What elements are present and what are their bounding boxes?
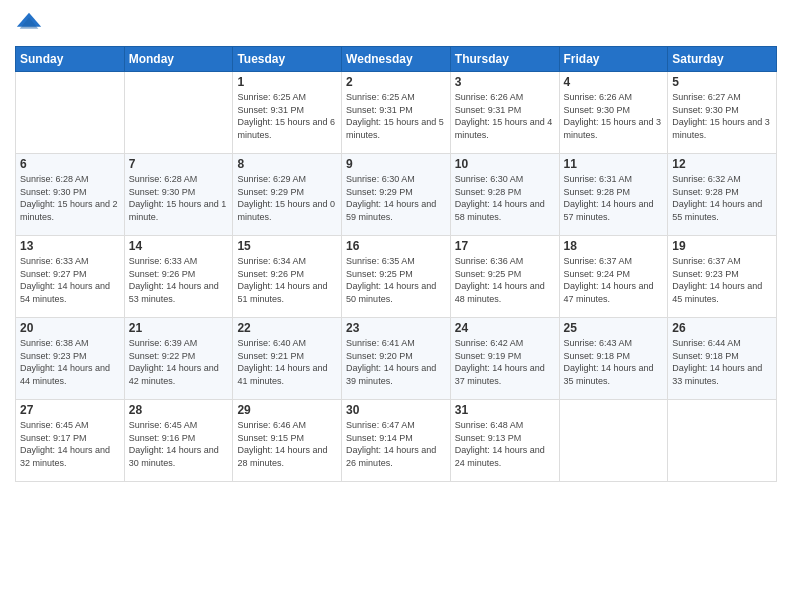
day-info: Sunrise: 6:39 AM Sunset: 9:22 PM Dayligh… bbox=[129, 337, 229, 387]
day-info: Sunrise: 6:36 AM Sunset: 9:25 PM Dayligh… bbox=[455, 255, 555, 305]
day-info: Sunrise: 6:47 AM Sunset: 9:14 PM Dayligh… bbox=[346, 419, 446, 469]
calendar-cell: 6Sunrise: 6:28 AM Sunset: 9:30 PM Daylig… bbox=[16, 154, 125, 236]
day-number: 30 bbox=[346, 403, 446, 417]
weekday-header-friday: Friday bbox=[559, 47, 668, 72]
calendar-cell: 31Sunrise: 6:48 AM Sunset: 9:13 PM Dayli… bbox=[450, 400, 559, 482]
day-number: 18 bbox=[564, 239, 664, 253]
day-info: Sunrise: 6:30 AM Sunset: 9:29 PM Dayligh… bbox=[346, 173, 446, 223]
day-number: 12 bbox=[672, 157, 772, 171]
day-info: Sunrise: 6:26 AM Sunset: 9:31 PM Dayligh… bbox=[455, 91, 555, 141]
day-number: 10 bbox=[455, 157, 555, 171]
calendar-cell: 9Sunrise: 6:30 AM Sunset: 9:29 PM Daylig… bbox=[342, 154, 451, 236]
calendar-cell bbox=[16, 72, 125, 154]
day-number: 28 bbox=[129, 403, 229, 417]
day-info: Sunrise: 6:45 AM Sunset: 9:17 PM Dayligh… bbox=[20, 419, 120, 469]
day-info: Sunrise: 6:25 AM Sunset: 9:31 PM Dayligh… bbox=[237, 91, 337, 141]
calendar-cell: 2Sunrise: 6:25 AM Sunset: 9:31 PM Daylig… bbox=[342, 72, 451, 154]
calendar-week-4: 20Sunrise: 6:38 AM Sunset: 9:23 PM Dayli… bbox=[16, 318, 777, 400]
calendar-cell bbox=[124, 72, 233, 154]
day-info: Sunrise: 6:44 AM Sunset: 9:18 PM Dayligh… bbox=[672, 337, 772, 387]
weekday-header-tuesday: Tuesday bbox=[233, 47, 342, 72]
day-number: 14 bbox=[129, 239, 229, 253]
calendar-cell: 13Sunrise: 6:33 AM Sunset: 9:27 PM Dayli… bbox=[16, 236, 125, 318]
day-info: Sunrise: 6:37 AM Sunset: 9:23 PM Dayligh… bbox=[672, 255, 772, 305]
day-info: Sunrise: 6:48 AM Sunset: 9:13 PM Dayligh… bbox=[455, 419, 555, 469]
calendar-cell: 14Sunrise: 6:33 AM Sunset: 9:26 PM Dayli… bbox=[124, 236, 233, 318]
day-number: 26 bbox=[672, 321, 772, 335]
calendar-cell: 18Sunrise: 6:37 AM Sunset: 9:24 PM Dayli… bbox=[559, 236, 668, 318]
day-number: 29 bbox=[237, 403, 337, 417]
calendar-cell: 28Sunrise: 6:45 AM Sunset: 9:16 PM Dayli… bbox=[124, 400, 233, 482]
calendar-cell bbox=[668, 400, 777, 482]
day-info: Sunrise: 6:32 AM Sunset: 9:28 PM Dayligh… bbox=[672, 173, 772, 223]
day-number: 27 bbox=[20, 403, 120, 417]
day-number: 3 bbox=[455, 75, 555, 89]
calendar-cell: 7Sunrise: 6:28 AM Sunset: 9:30 PM Daylig… bbox=[124, 154, 233, 236]
calendar-cell: 4Sunrise: 6:26 AM Sunset: 9:30 PM Daylig… bbox=[559, 72, 668, 154]
calendar-week-3: 13Sunrise: 6:33 AM Sunset: 9:27 PM Dayli… bbox=[16, 236, 777, 318]
day-number: 17 bbox=[455, 239, 555, 253]
day-info: Sunrise: 6:37 AM Sunset: 9:24 PM Dayligh… bbox=[564, 255, 664, 305]
day-number: 11 bbox=[564, 157, 664, 171]
day-number: 15 bbox=[237, 239, 337, 253]
header bbox=[15, 10, 777, 38]
day-number: 23 bbox=[346, 321, 446, 335]
calendar-cell: 29Sunrise: 6:46 AM Sunset: 9:15 PM Dayli… bbox=[233, 400, 342, 482]
day-info: Sunrise: 6:38 AM Sunset: 9:23 PM Dayligh… bbox=[20, 337, 120, 387]
day-info: Sunrise: 6:25 AM Sunset: 9:31 PM Dayligh… bbox=[346, 91, 446, 141]
day-info: Sunrise: 6:46 AM Sunset: 9:15 PM Dayligh… bbox=[237, 419, 337, 469]
day-number: 7 bbox=[129, 157, 229, 171]
calendar-cell: 12Sunrise: 6:32 AM Sunset: 9:28 PM Dayli… bbox=[668, 154, 777, 236]
day-info: Sunrise: 6:41 AM Sunset: 9:20 PM Dayligh… bbox=[346, 337, 446, 387]
day-info: Sunrise: 6:29 AM Sunset: 9:29 PM Dayligh… bbox=[237, 173, 337, 223]
calendar-cell: 5Sunrise: 6:27 AM Sunset: 9:30 PM Daylig… bbox=[668, 72, 777, 154]
day-info: Sunrise: 6:30 AM Sunset: 9:28 PM Dayligh… bbox=[455, 173, 555, 223]
day-info: Sunrise: 6:33 AM Sunset: 9:27 PM Dayligh… bbox=[20, 255, 120, 305]
calendar-cell: 22Sunrise: 6:40 AM Sunset: 9:21 PM Dayli… bbox=[233, 318, 342, 400]
day-info: Sunrise: 6:28 AM Sunset: 9:30 PM Dayligh… bbox=[20, 173, 120, 223]
calendar-cell: 3Sunrise: 6:26 AM Sunset: 9:31 PM Daylig… bbox=[450, 72, 559, 154]
day-info: Sunrise: 6:42 AM Sunset: 9:19 PM Dayligh… bbox=[455, 337, 555, 387]
day-number: 31 bbox=[455, 403, 555, 417]
weekday-header-row: SundayMondayTuesdayWednesdayThursdayFrid… bbox=[16, 47, 777, 72]
day-info: Sunrise: 6:40 AM Sunset: 9:21 PM Dayligh… bbox=[237, 337, 337, 387]
calendar-week-5: 27Sunrise: 6:45 AM Sunset: 9:17 PM Dayli… bbox=[16, 400, 777, 482]
day-info: Sunrise: 6:35 AM Sunset: 9:25 PM Dayligh… bbox=[346, 255, 446, 305]
day-number: 2 bbox=[346, 75, 446, 89]
calendar-cell: 27Sunrise: 6:45 AM Sunset: 9:17 PM Dayli… bbox=[16, 400, 125, 482]
calendar-cell: 1Sunrise: 6:25 AM Sunset: 9:31 PM Daylig… bbox=[233, 72, 342, 154]
calendar-cell bbox=[559, 400, 668, 482]
day-number: 6 bbox=[20, 157, 120, 171]
calendar-cell: 16Sunrise: 6:35 AM Sunset: 9:25 PM Dayli… bbox=[342, 236, 451, 318]
day-number: 22 bbox=[237, 321, 337, 335]
day-number: 4 bbox=[564, 75, 664, 89]
weekday-header-thursday: Thursday bbox=[450, 47, 559, 72]
day-info: Sunrise: 6:33 AM Sunset: 9:26 PM Dayligh… bbox=[129, 255, 229, 305]
weekday-header-saturday: Saturday bbox=[668, 47, 777, 72]
calendar-cell: 20Sunrise: 6:38 AM Sunset: 9:23 PM Dayli… bbox=[16, 318, 125, 400]
calendar-cell: 10Sunrise: 6:30 AM Sunset: 9:28 PM Dayli… bbox=[450, 154, 559, 236]
day-number: 19 bbox=[672, 239, 772, 253]
day-number: 13 bbox=[20, 239, 120, 253]
logo-icon bbox=[15, 10, 43, 38]
calendar-cell: 11Sunrise: 6:31 AM Sunset: 9:28 PM Dayli… bbox=[559, 154, 668, 236]
day-number: 16 bbox=[346, 239, 446, 253]
day-info: Sunrise: 6:28 AM Sunset: 9:30 PM Dayligh… bbox=[129, 173, 229, 223]
day-number: 8 bbox=[237, 157, 337, 171]
day-number: 25 bbox=[564, 321, 664, 335]
day-info: Sunrise: 6:45 AM Sunset: 9:16 PM Dayligh… bbox=[129, 419, 229, 469]
day-number: 5 bbox=[672, 75, 772, 89]
calendar-cell: 21Sunrise: 6:39 AM Sunset: 9:22 PM Dayli… bbox=[124, 318, 233, 400]
weekday-header-wednesday: Wednesday bbox=[342, 47, 451, 72]
weekday-header-monday: Monday bbox=[124, 47, 233, 72]
day-info: Sunrise: 6:31 AM Sunset: 9:28 PM Dayligh… bbox=[564, 173, 664, 223]
page: SundayMondayTuesdayWednesdayThursdayFrid… bbox=[0, 0, 792, 612]
day-number: 21 bbox=[129, 321, 229, 335]
calendar-cell: 24Sunrise: 6:42 AM Sunset: 9:19 PM Dayli… bbox=[450, 318, 559, 400]
day-info: Sunrise: 6:27 AM Sunset: 9:30 PM Dayligh… bbox=[672, 91, 772, 141]
day-number: 9 bbox=[346, 157, 446, 171]
day-info: Sunrise: 6:43 AM Sunset: 9:18 PM Dayligh… bbox=[564, 337, 664, 387]
day-number: 1 bbox=[237, 75, 337, 89]
logo bbox=[15, 10, 47, 38]
calendar-week-1: 1Sunrise: 6:25 AM Sunset: 9:31 PM Daylig… bbox=[16, 72, 777, 154]
